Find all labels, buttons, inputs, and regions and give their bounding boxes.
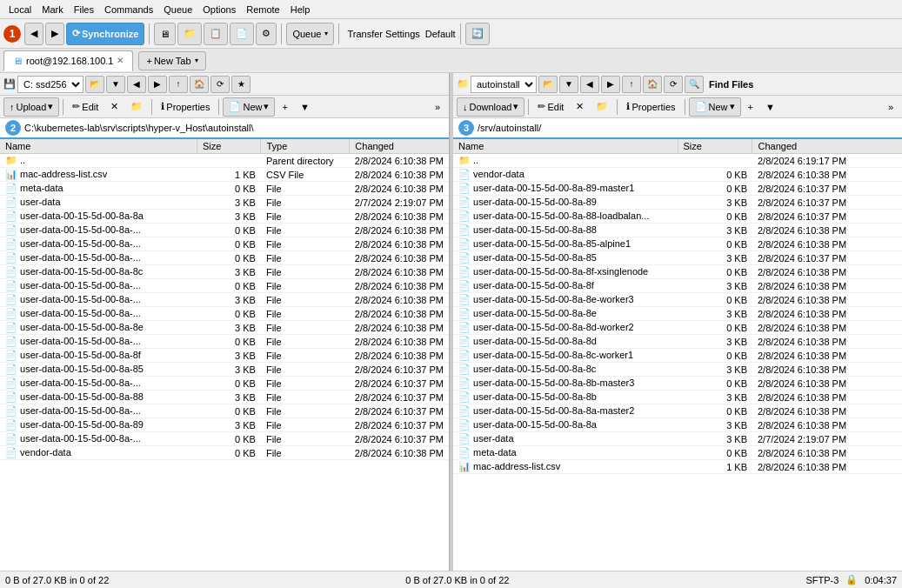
synchronize-button[interactable]: ⟳ Synchronize: [66, 23, 144, 45]
left-new-button[interactable]: 📄 New ▾: [223, 97, 275, 117]
left-delete-button[interactable]: ✕: [105, 97, 124, 117]
right-extra-button[interactable]: ▼: [760, 97, 780, 117]
table-row[interactable]: 📄 user-data-00-15-5d-00-8a-88 3 KB File …: [0, 391, 449, 404]
table-row[interactable]: 📄 user-data-00-15-5d-00-8a-89-master1 0 …: [453, 182, 902, 196]
table-row[interactable]: 📄 user-data-00-15-5d-00-8a-... 0 KB File…: [0, 432, 449, 446]
table-row[interactable]: 📄 meta-data 0 KB File 2/8/2024 6:10:38 P…: [0, 182, 449, 196]
right-drive-select[interactable]: autoinstall: [471, 76, 537, 93]
table-row[interactable]: 📄 user-data-00-15-5d-00-8a-8d-worker2 0 …: [453, 321, 902, 335]
left-refresh-button[interactable]: ⟳: [210, 76, 230, 93]
left-file-list[interactable]: Name Size Type Changed 📁 .. Parent direc…: [0, 139, 449, 571]
table-row[interactable]: 📄 user-data-00-15-5d-00-8a-8f-xsinglenod…: [453, 265, 902, 279]
right-more-button[interactable]: +: [743, 97, 758, 117]
table-row[interactable]: 📄 user-data-00-15-5d-00-8a-... 0 KB File…: [0, 224, 449, 237]
table-row[interactable]: 📄 user-data-00-15-5d-00-8a-8e 3 KB 2/8/2…: [453, 307, 902, 321]
menu-files[interactable]: Files: [69, 3, 99, 17]
left-more-button[interactable]: +: [277, 97, 292, 117]
menu-help[interactable]: Help: [285, 3, 316, 17]
menu-mark[interactable]: Mark: [37, 3, 68, 17]
table-row[interactable]: 📄 user-data-00-15-5d-00-8a-85 3 KB File …: [0, 363, 449, 377]
table-row[interactable]: 📄 user-data-00-15-5d-00-8a-8f 3 KB File …: [0, 349, 449, 363]
right-forward-button[interactable]: ▶: [601, 76, 620, 93]
right-edit-button[interactable]: ✏ Edit: [532, 97, 569, 117]
left-home-button[interactable]: 🏠: [190, 76, 209, 93]
table-row[interactable]: 📄 user-data-00-15-5d-00-8a-88-loadbalan.…: [453, 210, 902, 224]
right-refresh-button[interactable]: ⟳: [664, 76, 683, 93]
right-col-size[interactable]: Size: [678, 139, 752, 154]
left-upload-button[interactable]: ↑ Upload ▾: [3, 97, 59, 117]
back-button[interactable]: ◀: [24, 23, 43, 45]
table-row[interactable]: 📄 meta-data 0 KB 2/8/2024 6:10:38 PM: [453, 446, 902, 460]
toolbar-icon-1[interactable]: 🖥: [154, 23, 176, 45]
table-row[interactable]: 📄 user-data-00-15-5d-00-8a-... 0 KB File…: [0, 307, 449, 321]
left-up-button[interactable]: ↑: [169, 76, 188, 93]
right-new-button[interactable]: 📄 New ▾: [689, 97, 741, 117]
left-col-type[interactable]: Type: [261, 139, 350, 154]
table-row[interactable]: 📄 user-data-00-15-5d-00-8a-8a-master2 0 …: [453, 404, 902, 418]
table-row[interactable]: 📄 user-data-00-15-5d-00-8a-8a 3 KB File …: [0, 210, 449, 224]
toolbar-icon-3[interactable]: 📋: [204, 23, 228, 45]
table-row[interactable]: 📄 user-data-00-15-5d-00-8a-... 3 KB File…: [0, 293, 449, 307]
right-col-changed[interactable]: Changed: [752, 139, 902, 154]
right-delete-button[interactable]: ✕: [571, 97, 589, 117]
table-row[interactable]: 📁 .. Parent directory 2/8/2024 6:10:38 P…: [0, 154, 449, 168]
table-row[interactable]: 📄 user-data-00-15-5d-00-8a-8e 3 KB File …: [0, 321, 449, 335]
table-row[interactable]: 📄 user-data-00-15-5d-00-8a-8b 3 KB 2/8/2…: [453, 391, 902, 404]
new-tab-button[interactable]: + New Tab ▾: [138, 51, 205, 70]
tab-close-button[interactable]: ✕: [117, 56, 124, 65]
table-row[interactable]: 📄 user-data-00-15-5d-00-8a-8c 3 KB 2/8/2…: [453, 363, 902, 377]
table-row[interactable]: 📄 user-data-00-15-5d-00-8a-... 0 KB File…: [0, 279, 449, 293]
right-col-name[interactable]: Name: [453, 139, 678, 154]
menu-local[interactable]: Local: [3, 3, 37, 17]
table-row[interactable]: 📄 user-data-00-15-5d-00-8a-... 0 KB File…: [0, 251, 449, 265]
right-up-button[interactable]: ↑: [622, 76, 641, 93]
toolbar-settings-icon[interactable]: ⚙: [256, 23, 277, 45]
table-row[interactable]: 📄 user-data-00-15-5d-00-8a-8a 3 KB 2/8/2…: [453, 418, 902, 432]
table-row[interactable]: 📄 vendor-data 0 KB File 2/8/2024 6:10:38…: [0, 446, 449, 460]
table-row[interactable]: 📄 user-data-00-15-5d-00-8a-85 3 KB 2/8/2…: [453, 251, 902, 265]
table-row[interactable]: 📄 user-data-00-15-5d-00-8a-8c 3 KB File …: [0, 265, 449, 279]
right-file-list[interactable]: Name Size Changed 📁 .. 2/8/2024 6:19:17 …: [453, 139, 902, 571]
right-home-button[interactable]: 🏠: [643, 76, 662, 93]
table-row[interactable]: 📄 vendor-data 0 KB 2/8/2024 6:10:38 PM: [453, 168, 902, 182]
left-folder-button[interactable]: 📂: [85, 76, 104, 93]
right-folder-button[interactable]: 📂: [538, 76, 558, 93]
table-row[interactable]: 📄 user-data-00-15-5d-00-8a-... 0 KB File…: [0, 404, 449, 418]
left-col-changed[interactable]: Changed: [350, 139, 449, 154]
refresh-button[interactable]: 🔄: [465, 23, 490, 45]
left-overflow-button[interactable]: »: [430, 97, 445, 117]
table-row[interactable]: 📄 user-data 3 KB File 2/7/2024 2:19:07 P…: [0, 196, 449, 210]
table-row[interactable]: 📁 .. 2/8/2024 6:19:17 PM: [453, 154, 902, 168]
table-row[interactable]: 📄 user-data-00-15-5d-00-8a-88 3 KB 2/8/2…: [453, 224, 902, 237]
table-row[interactable]: 📄 user-data-00-15-5d-00-8a-... 0 KB File…: [0, 237, 449, 251]
table-row[interactable]: 📄 user-data-00-15-5d-00-8a-8d 3 KB 2/8/2…: [453, 335, 902, 349]
left-col-name[interactable]: Name: [0, 139, 197, 154]
left-back-button[interactable]: ◀: [127, 76, 146, 93]
right-overflow-button[interactable]: »: [883, 97, 899, 117]
left-edit-button[interactable]: ✏ Edit: [67, 97, 104, 117]
table-row[interactable]: 📄 user-data-00-15-5d-00-8a-8c-worker1 0 …: [453, 349, 902, 363]
toolbar-icon-2[interactable]: 📁: [177, 23, 202, 45]
left-bookmark-button[interactable]: ★: [231, 76, 251, 93]
toolbar-icon-4[interactable]: 📄: [230, 23, 254, 45]
menu-commands[interactable]: Commands: [99, 3, 158, 17]
table-row[interactable]: 📄 user-data-00-15-5d-00-8a-89 3 KB 2/8/2…: [453, 196, 902, 210]
table-row[interactable]: 📄 user-data 3 KB 2/7/2024 2:19:07 PM: [453, 432, 902, 446]
right-properties-button[interactable]: ℹ Properties: [621, 97, 680, 117]
left-forward-button[interactable]: ▶: [148, 76, 167, 93]
left-drive-select[interactable]: C: ssd256: [17, 76, 84, 93]
queue-button[interactable]: Queue ▾: [286, 23, 334, 45]
table-row[interactable]: 📊 mac-address-list.csv 1 KB CSV File 2/8…: [0, 168, 449, 182]
right-back-button[interactable]: ◀: [580, 76, 599, 93]
table-row[interactable]: 📄 user-data-00-15-5d-00-8a-8f 3 KB 2/8/2…: [453, 279, 902, 293]
right-mkdir-button[interactable]: 📁: [591, 97, 613, 117]
left-mkdir-button[interactable]: 📁: [125, 97, 148, 117]
left-filter-button[interactable]: ▼: [106, 76, 125, 93]
table-row[interactable]: 📄 user-data-00-15-5d-00-8a-8e-worker3 0 …: [453, 293, 902, 307]
main-tab[interactable]: 🖥 root@192.168.100.1 ✕: [3, 50, 133, 71]
right-filter-button[interactable]: ▼: [559, 76, 578, 93]
menu-remote[interactable]: Remote: [241, 3, 285, 17]
table-row[interactable]: 📄 user-data-00-15-5d-00-8a-8b-master3 0 …: [453, 377, 902, 391]
table-row[interactable]: 📄 user-data-00-15-5d-00-8a-... 0 KB File…: [0, 377, 449, 391]
menu-options[interactable]: Options: [197, 3, 241, 17]
